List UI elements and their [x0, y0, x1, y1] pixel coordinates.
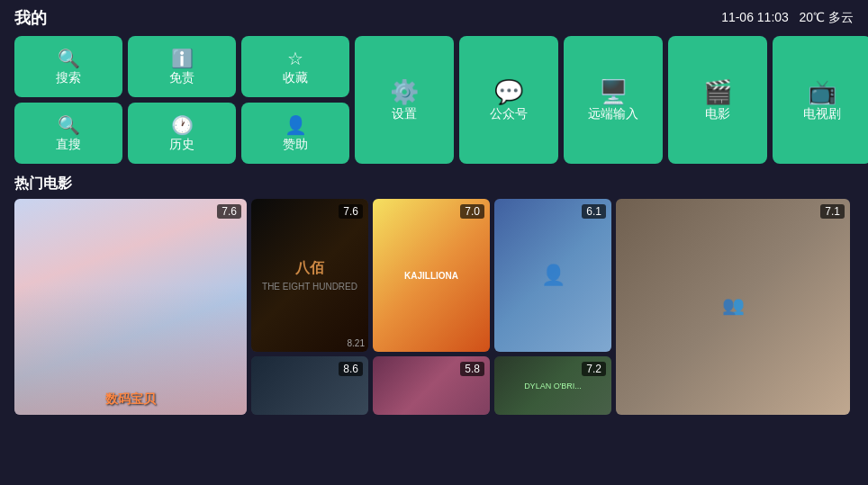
hot-movies-title: 热门电影	[0, 171, 868, 199]
direct-label: 直搜	[56, 138, 81, 150]
settings-button[interactable]: ⚙️ 设置	[355, 36, 454, 164]
gear-icon: ⚙️	[390, 80, 419, 103]
direct-search-button[interactable]: 🔍 直搜	[14, 103, 122, 164]
support-label: 赞助	[283, 138, 308, 150]
tvseries-button[interactable]: 📺 电视剧	[773, 36, 868, 164]
rating-badge-7: 5.8	[460, 362, 484, 376]
search-icon: 🔍	[58, 49, 80, 67]
history-label: 历史	[169, 138, 194, 150]
movie-label: 电影	[705, 107, 730, 120]
favorites-label: 收藏	[283, 71, 308, 84]
wechat-label: 公众号	[490, 107, 528, 120]
movie-button[interactable]: 🎬 电影	[668, 36, 767, 164]
support-button[interactable]: 👤 赞助	[241, 103, 349, 164]
movie-card-4[interactable]: 👤 6.1	[494, 199, 611, 352]
status-bar: 11-06 11:03 20℃ 多云	[721, 10, 854, 26]
movies-grid-container: 数码宝贝 7.6 八佰 THE EIGHT HUNDRED	[0, 199, 868, 415]
datetime: 11-06 11:03	[721, 10, 789, 24]
movie-card-8[interactable]: DYLAN O'BRI... 7.2	[494, 356, 611, 415]
info-icon: ℹ️	[171, 49, 194, 67]
menu-section: 🔍 搜索 ℹ️ 免责 ☆ 收藏 🔍 直搜 🕐 历史 👤 赞助 ⚙️ 设置	[0, 32, 868, 171]
tvseries-label: 电视剧	[803, 107, 841, 120]
movie-card-5[interactable]: 👥 7.1	[616, 199, 850, 415]
film-icon: 🎬	[703, 80, 732, 103]
monitor-icon: 🖥️	[599, 80, 628, 103]
movie-card-6[interactable]: 8.6	[251, 356, 368, 415]
rating-badge-8: 7.2	[582, 362, 606, 376]
wechat-button[interactable]: 💬 公众号	[459, 36, 558, 164]
search2-icon: 🔍	[58, 116, 80, 134]
favorites-button[interactable]: ☆ 收藏	[241, 36, 349, 97]
page-title: 我的	[14, 7, 47, 29]
tv-icon: 📺	[808, 80, 836, 103]
menu-grid: 🔍 搜索 ℹ️ 免责 ☆ 收藏 🔍 直搜 🕐 历史 👤 赞助 ⚙️ 设置	[14, 36, 854, 164]
disclaimer-button[interactable]: ℹ️ 免责	[128, 36, 236, 97]
disclaimer-label: 免责	[169, 71, 194, 84]
weather: 20℃ 多云	[800, 10, 854, 24]
movie-card-3[interactable]: KAJILLIONA 7.0	[373, 199, 490, 352]
movie-card-2[interactable]: 八佰 THE EIGHT HUNDRED 8.21 7.6	[251, 199, 368, 352]
clock-icon: 🕐	[171, 116, 194, 134]
star-icon: ☆	[287, 49, 303, 67]
hot-movies-section: 热门电影 数码宝贝 7.6	[0, 171, 868, 415]
search-button[interactable]: 🔍 搜索	[14, 36, 122, 97]
wechat-icon: 💬	[494, 80, 523, 103]
rating-badge-3: 7.0	[460, 204, 484, 219]
person-icon: 👤	[285, 116, 307, 134]
header: 我的 11-06 11:03 20℃ 多云	[0, 0, 868, 32]
rating-badge-1: 7.6	[217, 204, 241, 219]
history-button[interactable]: 🕐 历史	[128, 103, 236, 164]
rating-badge-2: 7.6	[339, 204, 363, 219]
movie-card-7[interactable]: 5.8	[373, 356, 490, 415]
remote-input-button[interactable]: 🖥️ 远端输入	[564, 36, 663, 164]
movies-grid: 数码宝贝 7.6 八佰 THE EIGHT HUNDRED	[14, 199, 854, 415]
rating-badge-5: 7.1	[820, 204, 845, 219]
search-label: 搜索	[56, 71, 81, 84]
rating-badge-6: 8.6	[339, 362, 363, 376]
settings-label: 设置	[392, 107, 417, 120]
rating-badge-4: 6.1	[582, 204, 606, 219]
movie-card-1[interactable]: 数码宝贝 7.6	[14, 199, 247, 415]
remote-label: 远端输入	[588, 107, 638, 120]
